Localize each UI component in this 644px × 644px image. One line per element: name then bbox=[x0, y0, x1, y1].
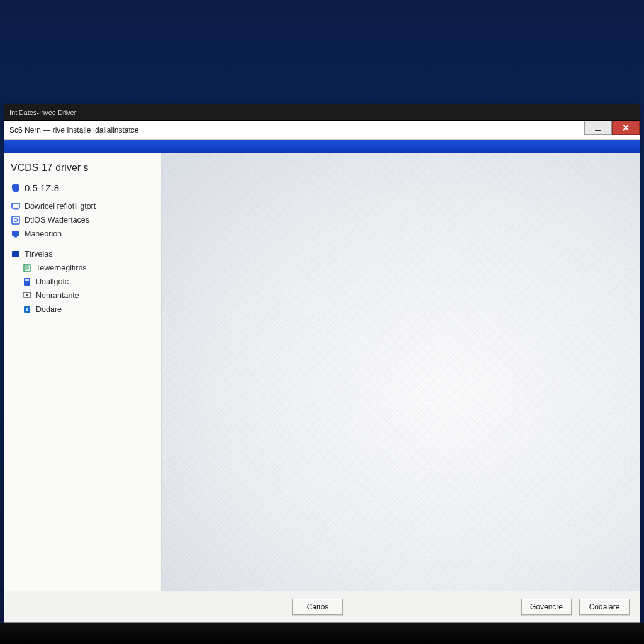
device-icon bbox=[11, 201, 21, 211]
sidebar-subitem-label: Dodare bbox=[36, 305, 62, 314]
svg-rect-0 bbox=[595, 130, 601, 131]
svg-rect-14 bbox=[26, 308, 28, 311]
sidebar-separator bbox=[11, 241, 155, 247]
close-button[interactable] bbox=[612, 121, 640, 135]
minimize-button[interactable] bbox=[584, 121, 612, 135]
svg-rect-6 bbox=[14, 236, 17, 238]
chip-icon bbox=[22, 304, 32, 314]
monitor-icon bbox=[11, 229, 21, 239]
footer-right-button[interactable]: Codalare bbox=[579, 599, 630, 615]
window-body: VCDS 17 driver s 0.5 1Z.8 Dowricel reflo… bbox=[4, 153, 640, 591]
svg-rect-7 bbox=[12, 251, 19, 257]
sidebar-subheading: Ttrvelas bbox=[25, 250, 52, 258]
sidebar-item[interactable]: Dowricel reflotil gtort bbox=[11, 199, 155, 213]
sidebar-subitem-label: Nenrantante bbox=[36, 291, 79, 300]
sidebar-item[interactable]: DtiOS Wadertaces bbox=[11, 213, 155, 227]
monitor-bezel bbox=[0, 623, 644, 644]
sidebar-subitem[interactable]: Nenrantante bbox=[11, 289, 155, 303]
svg-point-12 bbox=[26, 294, 28, 296]
footer-left-button-label: Carios bbox=[307, 602, 329, 611]
inner-titlebar: Sc6 Nern — rive Installe Idallalinstatce bbox=[4, 121, 640, 140]
folder-icon bbox=[11, 249, 21, 259]
sidebar-subheading-row[interactable]: Ttrvelas bbox=[11, 247, 155, 261]
footer-mid-button[interactable]: Govencre bbox=[521, 599, 572, 615]
minimize-icon bbox=[593, 123, 603, 133]
svg-rect-2 bbox=[14, 209, 18, 210]
installer-window: IntiDates-Invee Driver Sc6 Nern — rive I… bbox=[4, 104, 640, 623]
sidebar-heading: VCDS 17 driver s bbox=[11, 162, 155, 174]
page-icon bbox=[22, 263, 32, 273]
outer-title-text: IntiDates-Invee Driver bbox=[9, 109, 76, 116]
sidebar-subitem-label: lJoallgotc bbox=[36, 277, 69, 286]
sidebar-item-label: DtiOS Wadertaces bbox=[25, 216, 89, 225]
net-icon bbox=[22, 291, 32, 301]
svg-rect-1 bbox=[12, 203, 19, 208]
disk-icon bbox=[11, 215, 21, 225]
footer-right-button-label: Codalare bbox=[589, 602, 620, 611]
sidebar-subitem[interactable]: lJoallgotc bbox=[11, 275, 155, 289]
close-icon bbox=[621, 123, 631, 133]
svg-rect-10 bbox=[25, 279, 29, 281]
footer-mid-button-label: Govencre bbox=[530, 602, 563, 611]
sidebar-item[interactable]: Maneorion bbox=[11, 227, 155, 241]
svg-rect-9 bbox=[24, 278, 30, 286]
footer-bar: Carios Govencre Codalare bbox=[4, 591, 640, 622]
sidebar-version-label: 0.5 1Z.8 bbox=[25, 182, 59, 193]
svg-rect-5 bbox=[12, 231, 19, 236]
svg-point-4 bbox=[14, 219, 18, 222]
sidebar: VCDS 17 driver s 0.5 1Z.8 Dowricel reflo… bbox=[4, 153, 162, 591]
sidebar-item-label: Dowricel reflotil gtort bbox=[25, 202, 96, 211]
sidebar-subitem[interactable]: Tewernegltirns bbox=[11, 261, 155, 275]
sidebar-item-label: Maneorion bbox=[25, 230, 62, 238]
sidebar-subitem[interactable]: Dodare bbox=[11, 303, 155, 316]
sidebar-version-row[interactable]: 0.5 1Z.8 bbox=[11, 182, 155, 193]
toolbar-strip bbox=[4, 140, 640, 153]
footer-left-button[interactable]: Carios bbox=[292, 599, 343, 615]
outer-titlebar[interactable]: IntiDates-Invee Driver bbox=[4, 104, 640, 121]
shield-icon bbox=[11, 183, 21, 193]
window-controls bbox=[584, 121, 640, 135]
calc-icon bbox=[22, 277, 32, 287]
content-pane bbox=[162, 153, 640, 591]
inner-title-text: Sc6 Nern — rive Installe Idallalinstatce bbox=[9, 126, 138, 135]
svg-rect-3 bbox=[12, 216, 19, 224]
sidebar-subitem-label: Tewernegltirns bbox=[36, 264, 87, 272]
